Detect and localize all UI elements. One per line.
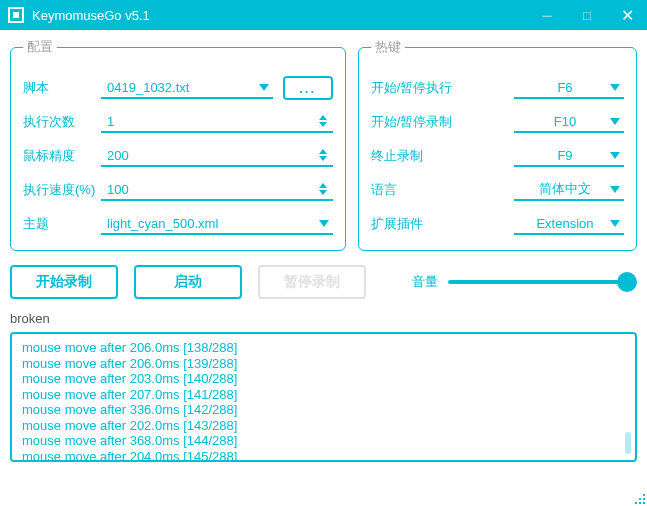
chevron-down-icon (610, 118, 620, 125)
status-text: broken (10, 311, 637, 326)
language-select[interactable]: 简体中文 (514, 179, 624, 201)
chevron-down-icon (610, 152, 620, 159)
close-button[interactable]: ✕ (607, 0, 647, 30)
volume-slider[interactable] (448, 272, 631, 292)
exec-speed-input[interactable]: 100 (101, 179, 333, 201)
log-line: mouse move after 202.0ms [143/288] (22, 418, 625, 434)
spin-up-icon[interactable] (319, 149, 327, 154)
chevron-down-icon (610, 186, 620, 193)
titlebar[interactable]: KeymomuseGo v5.1 ─ □ ✕ (0, 0, 647, 30)
volume-label: 音量 (412, 273, 438, 291)
browse-button[interactable]: ... (283, 76, 333, 100)
script-label: 脚本 (23, 79, 101, 97)
resize-grip[interactable] (631, 490, 645, 504)
hotkey-legend: 热键 (371, 38, 405, 56)
stop-rec-label: 终止录制 (371, 147, 481, 165)
log-line: mouse move after 204.0ms [145/288] (22, 449, 625, 463)
spin-down-icon[interactable] (319, 122, 327, 127)
log-line: mouse move after 336.0ms [142/288] (22, 402, 625, 418)
slider-thumb[interactable] (617, 272, 637, 292)
hotkey-panel: 热键 开始/暂停执行 F6 开始/暂停录制 F10 终止录制 F9 (358, 38, 637, 251)
chevron-down-icon (259, 84, 269, 91)
log-line: mouse move after 206.0ms [139/288] (22, 356, 625, 372)
theme-label: 主题 (23, 215, 101, 233)
script-select[interactable]: 0419_1032.txt (101, 77, 273, 99)
rec-pause-label: 开始/暂停录制 (371, 113, 481, 131)
extension-select[interactable]: Extension (514, 213, 624, 235)
scrollbar-thumb[interactable] (625, 432, 631, 454)
language-label: 语言 (371, 181, 481, 199)
run-pause-label: 开始/暂停执行 (371, 79, 481, 97)
mouse-precision-input[interactable]: 200 (101, 145, 333, 167)
chevron-down-icon (610, 220, 620, 227)
start-record-button[interactable]: 开始录制 (10, 265, 118, 299)
chevron-down-icon (610, 84, 620, 91)
log-line: mouse move after 206.0ms [138/288] (22, 340, 625, 356)
extension-label: 扩展插件 (371, 215, 481, 233)
minimize-button[interactable]: ─ (527, 0, 567, 30)
config-legend: 配置 (23, 38, 57, 56)
log-output[interactable]: mouse move after 206.0ms [138/288]mouse … (10, 332, 637, 462)
mouse-precision-label: 鼠标精度 (23, 147, 101, 165)
app-icon (8, 7, 24, 23)
run-pause-hotkey[interactable]: F6 (514, 77, 624, 99)
window-title: KeymomuseGo v5.1 (32, 8, 527, 23)
maximize-button[interactable]: □ (567, 0, 607, 30)
log-line: mouse move after 207.0ms [141/288] (22, 387, 625, 403)
spin-down-icon[interactable] (319, 190, 327, 195)
exec-count-input[interactable]: 1 (101, 111, 333, 133)
exec-speed-label: 执行速度(%) (23, 181, 101, 199)
spin-down-icon[interactable] (319, 156, 327, 161)
rec-pause-hotkey[interactable]: F10 (514, 111, 624, 133)
config-panel: 配置 脚本 0419_1032.txt ... 执行次数 1 (10, 38, 346, 251)
chevron-down-icon (319, 220, 329, 227)
log-line: mouse move after 368.0ms [144/288] (22, 433, 625, 449)
pause-record-button: 暂停录制 (258, 265, 366, 299)
start-run-button[interactable]: 启动 (134, 265, 242, 299)
log-line: mouse move after 203.0ms [140/288] (22, 371, 625, 387)
spin-up-icon[interactable] (319, 183, 327, 188)
theme-select[interactable]: light_cyan_500.xml (101, 213, 333, 235)
exec-count-label: 执行次数 (23, 113, 101, 131)
stop-rec-hotkey[interactable]: F9 (514, 145, 624, 167)
spin-up-icon[interactable] (319, 115, 327, 120)
